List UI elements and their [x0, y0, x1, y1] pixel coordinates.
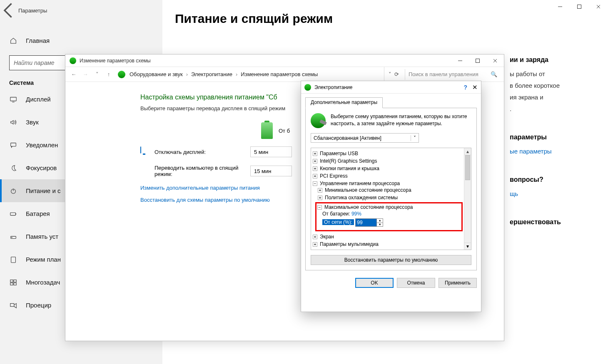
cp-maximize-button[interactable]	[469, 56, 486, 65]
svg-rect-9	[10, 282, 13, 285]
scheme-select[interactable]: Сбалансированная [Активен] ˅	[311, 133, 419, 143]
tree-item: +Параметры мультимедиа	[313, 240, 463, 248]
svg-rect-8	[14, 280, 16, 282]
collapse-icon[interactable]: −	[313, 181, 317, 186]
tab-body: Выберите схему управления питанием, кото…	[305, 108, 477, 270]
scroll-down-button[interactable]: ▾	[464, 243, 471, 250]
storage-icon	[9, 233, 17, 241]
sleep-timeout-battery-select[interactable]: 15 мин	[250, 166, 292, 176]
tree-value-battery[interactable]: От батареи: 99%	[322, 210, 460, 218]
svg-rect-7	[10, 280, 13, 282]
highlighted-region: −Максимальное состояние процессора От ба…	[315, 202, 463, 231]
sound-icon	[9, 118, 17, 126]
cancel-button[interactable]: Отмена	[397, 278, 435, 288]
svg-rect-1	[11, 143, 16, 146]
svg-rect-3	[10, 213, 16, 215]
plugged-value-spinner[interactable]: ▲▼	[355, 218, 383, 227]
spin-up-button[interactable]: ▲	[377, 219, 383, 223]
nav-back-button[interactable]: ←	[69, 69, 79, 79]
multitask-icon	[9, 278, 17, 287]
expand-icon[interactable]: +	[318, 196, 322, 200]
titlebar: Параметры	[0, 3, 162, 17]
power-icon	[9, 187, 17, 195]
plugged-value-input[interactable]	[356, 219, 376, 226]
help-link[interactable]: щь	[510, 188, 593, 200]
nav-up-button[interactable]: ↑	[104, 69, 114, 79]
expand-icon[interactable]: +	[313, 159, 317, 163]
window-controls	[551, 0, 608, 13]
display-timeout-battery-select[interactable]: 5 мин	[250, 146, 292, 157]
nav-history-button[interactable]: ˅	[92, 69, 102, 79]
expand-icon[interactable]: +	[313, 166, 317, 171]
tree-item: +Политика охлаждения системы	[318, 194, 463, 201]
info-panel: ии и заряда ы работы от в более короткое…	[510, 54, 593, 230]
tree-item: +Экран	[313, 233, 463, 240]
collapse-icon[interactable]: −	[317, 205, 322, 210]
sidebar-home[interactable]: Главная	[0, 29, 162, 52]
battery-icon	[9, 210, 17, 218]
display-off-icon	[140, 148, 149, 156]
tab-bar: Дополнительные параметры	[301, 94, 481, 108]
expand-icon[interactable]: +	[313, 235, 317, 239]
apply-button[interactable]: Применить	[439, 278, 477, 288]
svg-rect-10	[14, 282, 16, 285]
svg-rect-6	[11, 257, 16, 262]
window-title: Параметры	[18, 7, 47, 14]
power-options-dialog: Электропитание ? ✕ Дополнительные параме…	[301, 81, 481, 312]
cp-search-input[interactable]: Поиск в панели управления 🔍	[405, 69, 501, 80]
spin-down-button[interactable]: ▼	[377, 223, 383, 227]
settings-tree[interactable]: ▴ ▾ +Параметры USB +Intel(R) Graphics Se…	[311, 148, 471, 250]
back-button[interactable]	[0, 3, 18, 17]
cp-minimize-button[interactable]	[451, 56, 469, 65]
tree-item-cpu: −Управление питанием процессора +Минимал…	[313, 180, 463, 233]
sleep-icon	[140, 167, 149, 175]
project-icon	[9, 301, 17, 310]
scroll-up-button[interactable]: ▴	[464, 148, 471, 155]
intro-text: Выберите схему управления питанием, кото…	[311, 113, 471, 128]
minimize-button[interactable]	[551, 0, 570, 13]
breadcrumb[interactable]: Электропитание	[191, 71, 232, 77]
dlg-close-button[interactable]: ✕	[472, 84, 478, 91]
breadcrumb[interactable]: Изменение параметров схемы	[241, 71, 318, 77]
related-settings-link[interactable]: ые параметры	[510, 146, 593, 157]
dialog-buttons: OK Отмена Применить	[301, 275, 481, 293]
display-icon	[9, 95, 17, 104]
chevron-down-icon: ˅	[411, 135, 416, 141]
power-dialog-icon	[304, 84, 311, 91]
tree-item: +Минимальное состояние процессора	[318, 186, 463, 194]
tree-item: +Параметры USB	[313, 150, 463, 157]
page-title: Питание и спящий режим	[162, 0, 608, 31]
dlg-titlebar: Электропитание ? ✕	[301, 81, 481, 94]
tab-advanced[interactable]: Дополнительные параметры	[305, 97, 383, 108]
maximize-button[interactable]	[570, 0, 589, 13]
svg-rect-13	[476, 59, 480, 62]
home-icon	[9, 37, 17, 45]
svg-point-5	[12, 237, 12, 238]
power-plan-icon	[70, 57, 76, 64]
tablet-icon	[9, 255, 17, 264]
restore-defaults-button[interactable]: Восстановить параметры по умолчанию	[311, 255, 471, 265]
search-icon: 🔍	[491, 71, 497, 77]
scroll-thumb[interactable]	[465, 155, 470, 180]
nav-forward-button[interactable]: →	[80, 69, 90, 79]
tree-item: +PCI Express	[313, 172, 463, 180]
expand-icon[interactable]: +	[318, 188, 322, 193]
help-button[interactable]: ?	[463, 84, 467, 91]
breadcrumb[interactable]: Оборудование и звук	[130, 71, 183, 77]
sidebar-home-label: Главная	[26, 37, 50, 44]
cp-close-button[interactable]	[486, 56, 504, 65]
tree-value-plugged[interactable]: От сети (%): ▲▼	[322, 218, 460, 228]
tree-item: +Intel(R) Graphics Settings	[313, 157, 463, 165]
refresh-button[interactable]: ˅ ⟳	[384, 67, 403, 82]
expand-icon[interactable]: +	[313, 242, 317, 247]
svg-rect-0	[10, 97, 16, 101]
close-button[interactable]	[589, 0, 608, 13]
chat-icon	[9, 141, 17, 149]
scrollbar[interactable]: ▴ ▾	[464, 148, 471, 250]
ok-button[interactable]: OK	[355, 278, 394, 288]
moon-icon	[9, 164, 17, 172]
tree-item: +Кнопки питания и крышка	[313, 165, 463, 172]
expand-icon[interactable]: +	[313, 151, 317, 156]
svg-rect-11	[10, 303, 14, 306]
expand-icon[interactable]: +	[313, 174, 317, 178]
